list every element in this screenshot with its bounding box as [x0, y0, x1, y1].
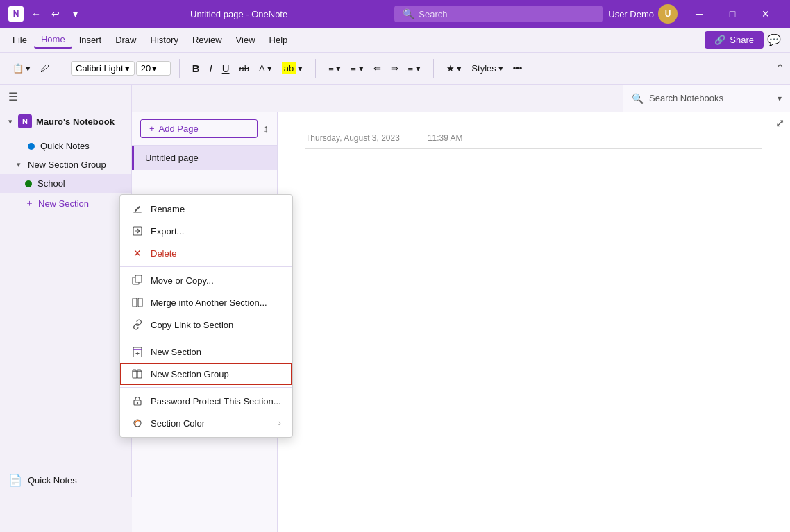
menu-draw[interactable]: Draw	[108, 32, 143, 48]
context-menu: Rename Export... ✕ Delete Move or Copy..…	[119, 194, 293, 438]
bold-button[interactable]: B	[188, 60, 204, 77]
toolbar-collapse-button[interactable]: ⌃	[775, 62, 784, 75]
more-button[interactable]: •••	[509, 60, 527, 76]
notebook-icon: N	[18, 114, 32, 128]
share-icon: 🔗	[714, 35, 725, 45]
menu-bar: File Home Insert Draw History Review Vie…	[0, 28, 790, 53]
merge-label: Merge into Another Section...	[151, 298, 267, 308]
menu-history[interactable]: History	[144, 32, 185, 48]
search-bar[interactable]: 🔍	[394, 6, 603, 22]
numbering-button[interactable]: ≡ ▾	[346, 60, 367, 76]
highlight-button[interactable]: ab ▾	[278, 60, 307, 77]
indent-increase-button[interactable]: ⇒	[387, 60, 403, 76]
add-section-label: New Section	[38, 198, 89, 209]
sort-pages-button[interactable]: ↕	[263, 123, 269, 135]
copy-link-icon	[131, 318, 144, 331]
page-item-untitled[interactable]: Untitled page	[132, 146, 277, 170]
add-page-icon: +	[149, 123, 155, 134]
maximize-button[interactable]: □	[716, 3, 748, 24]
section-color-label: Section Color	[151, 418, 205, 429]
font-color-dropdown: ▾	[267, 63, 272, 74]
section-group-chevron: ▾	[17, 160, 21, 169]
section-color-arrow: ›	[278, 418, 281, 428]
window-title: Untitled page - OneNote	[89, 9, 389, 19]
font-group: Calibri Light ▾ 20 ▾	[68, 61, 174, 76]
notebooks-search-icon: 🔍	[632, 93, 644, 104]
star-button[interactable]: ★ ▾	[442, 60, 467, 76]
menu-view[interactable]: View	[229, 32, 262, 48]
ctx-new-section-group[interactable]: New Section Group	[120, 363, 292, 385]
align-button[interactable]: ≡ ▾	[404, 60, 425, 76]
password-label: Password Protect This Section...	[151, 396, 281, 406]
clipboard-group: 📋 ▾ 🖊	[6, 60, 56, 76]
sidebar-footer[interactable]: 📄 Quick Notes	[0, 463, 131, 497]
sidebar-sections: ▾ Quick Notes ▾ New Section Group School…	[0, 134, 131, 216]
expand-content-button[interactable]: ⤢	[775, 117, 784, 130]
move-copy-icon	[131, 274, 144, 286]
back-button[interactable]: ←	[28, 6, 44, 22]
sidebar-item-quick-notes[interactable]: ▾ Quick Notes	[0, 137, 131, 155]
search-icon: 🔍	[403, 8, 414, 19]
bullets-button[interactable]: ≡ ▾	[324, 60, 345, 76]
indent-decrease-button[interactable]: ⇐	[369, 60, 385, 76]
redo-dropdown-button[interactable]: ▾	[67, 6, 83, 22]
toolbar-separator-3	[315, 59, 316, 78]
ctx-merge[interactable]: Merge into Another Section...	[120, 291, 292, 314]
ctx-section-color[interactable]: Section Color ›	[120, 412, 292, 434]
ctx-delete[interactable]: ✕ Delete	[120, 242, 292, 264]
notebooks-panel[interactable]: 🔍 Search Notebooks ▾	[623, 85, 790, 112]
menu-help[interactable]: Help	[262, 32, 295, 48]
ctx-new-section[interactable]: New Section	[120, 341, 292, 363]
sidebar-item-new-section-group[interactable]: ▾ New Section Group	[0, 155, 131, 174]
ctx-rename[interactable]: Rename	[120, 198, 292, 220]
time-text: 11:39 AM	[428, 133, 463, 143]
font-size-select[interactable]: 20 ▾	[136, 61, 171, 76]
svg-rect-3	[135, 275, 142, 282]
avatar[interactable]: U	[658, 4, 678, 24]
menu-home[interactable]: Home	[34, 31, 72, 49]
password-icon	[131, 395, 144, 407]
styles-button[interactable]: Styles ▾	[467, 60, 507, 76]
sidebar-item-school[interactable]: School	[0, 174, 131, 193]
new-section-group-label: New Section Group	[151, 369, 229, 379]
ctx-separator-3	[120, 387, 292, 388]
new-section-group-icon	[131, 368, 144, 380]
share-button[interactable]: 🔗 Share	[705, 31, 764, 49]
hamburger-button[interactable]: ☰	[8, 90, 18, 103]
notebook-item[interactable]: ▾ N Mauro's Notebook	[0, 109, 131, 134]
notebooks-chevron: ▾	[778, 94, 782, 103]
share-label: Share	[730, 35, 754, 45]
font-color-button[interactable]: A ▾	[255, 60, 276, 76]
font-color-icon: A	[259, 63, 265, 74]
content-area[interactable]: Thursday, August 3, 2023 11:39 AM	[278, 112, 790, 532]
ctx-move-copy[interactable]: Move or Copy...	[120, 269, 292, 291]
sidebar-item-add-section[interactable]: ＋ New Section	[0, 193, 131, 214]
menu-insert[interactable]: Insert	[72, 32, 109, 48]
new-section-icon	[131, 345, 144, 358]
undo-button[interactable]: ↩	[47, 6, 64, 22]
close-button[interactable]: ✕	[750, 3, 782, 24]
minimize-button[interactable]: ─	[683, 3, 715, 24]
notebook-chevron: ▾	[8, 117, 12, 126]
title-bar: N ← ↩ ▾ Untitled page - OneNote 🔍 User D…	[0, 0, 790, 28]
toolbar-separator-1	[62, 59, 62, 78]
ctx-copy-link[interactable]: Copy Link to Section	[120, 314, 292, 336]
highlight-icon: ab	[282, 62, 296, 74]
clipboard-button[interactable]: 📋 ▾	[8, 60, 35, 76]
search-input[interactable]	[419, 9, 594, 19]
strikethrough-button[interactable]: ab	[235, 60, 253, 76]
merge-icon	[131, 296, 144, 309]
ctx-export[interactable]: Export...	[120, 220, 292, 242]
window-controls: ─ □ ✕	[683, 3, 782, 24]
underline-button[interactable]: U	[218, 60, 234, 77]
menu-file[interactable]: File	[6, 32, 34, 48]
ctx-password[interactable]: Password Protect This Section...	[120, 390, 292, 412]
feedback-button[interactable]: 💬	[764, 30, 784, 51]
font-name-label: Calibri Light	[76, 63, 124, 74]
italic-button[interactable]: I	[205, 60, 217, 77]
format-painter-button[interactable]: 🖊	[36, 60, 53, 76]
copy-link-label: Copy Link to Section	[151, 320, 233, 330]
menu-review[interactable]: Review	[185, 32, 229, 48]
add-page-button[interactable]: + Add Page	[140, 119, 258, 138]
font-name-select[interactable]: Calibri Light ▾	[71, 61, 135, 76]
